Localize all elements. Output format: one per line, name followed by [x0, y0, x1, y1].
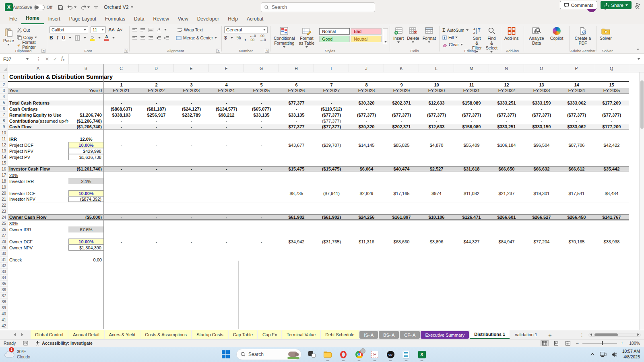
cell-I26[interactable] — [314, 226, 349, 232]
cell-D11[interactable] — [139, 136, 174, 142]
cell-H35[interactable] — [279, 281, 314, 287]
row-header-41[interactable]: 41 — [0, 317, 8, 323]
cell-O34[interactable] — [524, 275, 559, 281]
cell-D15[interactable] — [139, 160, 174, 166]
cell-L30[interactable] — [419, 251, 454, 257]
cell-J19[interactable] — [349, 184, 384, 190]
cell-N35[interactable] — [489, 281, 524, 287]
cell-K35[interactable] — [384, 281, 419, 287]
cell-A31[interactable]: Check — [8, 257, 68, 263]
cell-I6[interactable]: ($110,512) — [314, 106, 349, 112]
cell-B28[interactable]: 10.00% — [68, 239, 104, 245]
cell-M22[interactable] — [454, 202, 489, 208]
cell-M10[interactable] — [454, 130, 489, 136]
cell-C35[interactable] — [104, 281, 139, 287]
cell-H41[interactable] — [279, 317, 314, 323]
cell-J39[interactable] — [349, 305, 384, 311]
cell-K40[interactable] — [384, 311, 419, 317]
cell-H5[interactable]: $77,377 — [279, 100, 314, 106]
zoom-out-button[interactable]: − — [576, 340, 579, 346]
cell-L22[interactable] — [419, 202, 454, 208]
cell-D7[interactable]: $256,917 — [139, 112, 174, 118]
cell-G26[interactable] — [244, 226, 279, 232]
cell-D13[interactable] — [139, 148, 174, 154]
cell-P40[interactable] — [559, 311, 594, 317]
cell-A28[interactable]: Owner DCF — [8, 239, 68, 245]
cell-A17[interactable]: 20% — [8, 172, 68, 178]
cell-D28[interactable]: - — [139, 239, 174, 245]
cell-H27[interactable] — [279, 232, 314, 239]
cell-K31[interactable] — [384, 257, 419, 263]
cell-L14[interactable] — [419, 154, 454, 160]
cell-K41[interactable] — [384, 317, 419, 323]
row-header-23[interactable]: 23 — [0, 208, 8, 214]
cell-M18[interactable] — [454, 178, 489, 184]
cell-I25[interactable] — [314, 220, 349, 226]
cell-O37[interactable] — [524, 293, 559, 299]
cell-N14[interactable] — [489, 154, 524, 160]
cell-N36[interactable] — [489, 287, 524, 293]
cell-style-neutral[interactable]: Neutral — [351, 36, 382, 42]
cell-M3[interactable]: FY 2031 — [454, 88, 489, 93]
cell-D39[interactable] — [139, 305, 174, 311]
cell-A29[interactable]: Owner NPV — [8, 245, 68, 251]
vertical-scrollbar[interactable] — [639, 72, 644, 330]
cell-C11[interactable] — [104, 136, 139, 142]
cell-N1[interactable] — [489, 72, 524, 81]
cell-M6[interactable]: - — [454, 106, 489, 112]
cell-G39[interactable] — [244, 305, 279, 311]
cell-Q40[interactable] — [594, 311, 629, 317]
fill-button[interactable]: Fill — [441, 34, 470, 41]
cell-I17[interactable] — [314, 172, 349, 178]
cell-A12[interactable]: Project DCF — [8, 142, 68, 148]
cell-G30[interactable] — [244, 251, 279, 257]
cell-O23[interactable] — [524, 208, 559, 214]
cell-B16[interactable]: ($1,201,740) — [68, 167, 104, 171]
cell-N6[interactable]: - — [489, 106, 524, 112]
notepad-button[interactable] — [401, 349, 411, 360]
cell-H33[interactable] — [279, 269, 314, 275]
row-header-10[interactable]: 10 — [0, 130, 8, 136]
cell-C12[interactable]: - — [104, 142, 139, 148]
cell-K36[interactable] — [384, 287, 419, 293]
cell-M24[interactable]: $126,471 — [454, 215, 489, 219]
cell-E40[interactable] — [174, 311, 209, 317]
cell-J10[interactable] — [349, 130, 384, 136]
cell-H20[interactable]: $8,735 — [279, 190, 314, 196]
alignment-dialog-launcher[interactable]: ↘ — [216, 49, 220, 53]
create-pdf-button[interactable]: Create a PDF — [571, 26, 594, 47]
cell-L38[interactable] — [419, 299, 454, 305]
cell-I19[interactable] — [314, 184, 349, 190]
cell-B2[interactable] — [68, 82, 104, 88]
cell-P30[interactable] — [559, 251, 594, 257]
cell-B15[interactable] — [68, 160, 104, 166]
cell-F24[interactable]: - — [209, 215, 244, 219]
column-header-C[interactable]: C — [104, 64, 139, 72]
cell-D23[interactable] — [139, 208, 174, 214]
cell-K5[interactable]: $202,371 — [384, 100, 419, 106]
row-header-16[interactable]: 16 — [0, 166, 8, 172]
cell-O36[interactable] — [524, 287, 559, 293]
cell-N38[interactable] — [489, 299, 524, 305]
cell-D2[interactable]: 2 — [139, 82, 174, 88]
speaker-icon[interactable] — [611, 352, 617, 357]
cell-D14[interactable] — [139, 154, 174, 160]
cell-G16[interactable]: - — [244, 167, 279, 171]
redo-button[interactable] — [80, 5, 90, 10]
cell-K27[interactable] — [384, 232, 419, 239]
cell-H23[interactable] — [279, 208, 314, 214]
cell-M9[interactable]: $158,089 — [454, 124, 489, 129]
cell-P13[interactable] — [559, 148, 594, 154]
cell-F6[interactable]: ($134,577) — [209, 106, 244, 112]
zoom-in-button[interactable]: + — [621, 340, 623, 346]
cell-P17[interactable] — [559, 172, 594, 178]
cell-K25[interactable] — [384, 220, 419, 226]
cell-H18[interactable] — [279, 178, 314, 184]
cell-H13[interactable] — [279, 148, 314, 154]
sheet-tab-distributions-1[interactable]: Distributions 1 — [470, 330, 510, 339]
cell-G28[interactable]: - — [244, 239, 279, 245]
accounting-format-button[interactable]: $ — [224, 35, 227, 41]
cell-B9[interactable]: ($1,206,740) — [68, 124, 104, 129]
cell-D41[interactable] — [139, 317, 174, 323]
cell-Q23[interactable] — [594, 208, 629, 214]
